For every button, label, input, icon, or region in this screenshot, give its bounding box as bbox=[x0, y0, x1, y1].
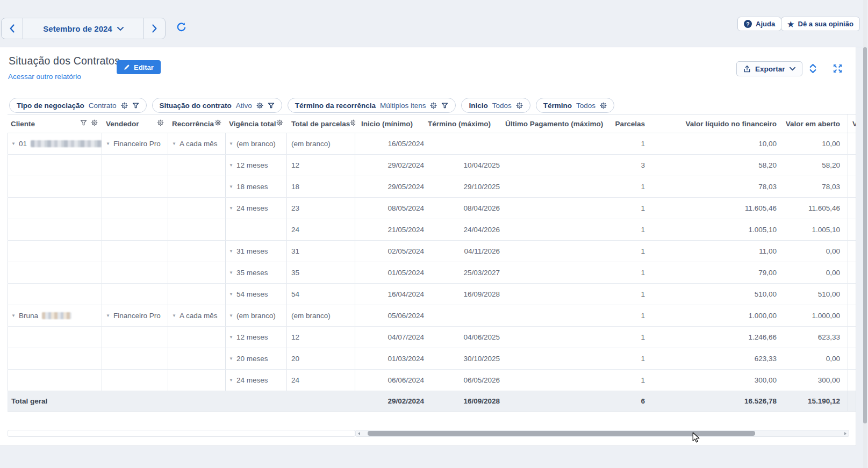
cell-value: 1 bbox=[641, 247, 645, 255]
feedback-label: Dê a sua opinião bbox=[798, 20, 853, 28]
collapse-triangle-icon[interactable]: ▼ bbox=[229, 292, 233, 297]
period-selector[interactable]: Setembro de 2024 bbox=[23, 18, 144, 39]
cell-value: 11,00 bbox=[759, 247, 777, 255]
collapse-triangle-icon[interactable]: ▼ bbox=[106, 141, 110, 146]
cell-ultimo_pagamento bbox=[503, 284, 613, 305]
export-button[interactable]: Exportar bbox=[736, 61, 802, 76]
collapse-triangle-icon[interactable]: ▼ bbox=[229, 206, 233, 211]
collapse-triangle-icon[interactable]: ▼ bbox=[229, 335, 233, 340]
gear-icon[interactable] bbox=[214, 119, 221, 128]
table-row-1: ▼12 meses1229/02/202410/04/2025358,2058,… bbox=[8, 155, 856, 176]
filter-chip-3[interactable]: InicioTodos bbox=[461, 98, 530, 113]
column-header-10[interactable]: Valor em aberto bbox=[782, 114, 848, 133]
filter-icon[interactable] bbox=[132, 102, 139, 109]
cell-total_parcelas: 31 bbox=[287, 241, 355, 262]
period-label: Setembro de 2024 bbox=[43, 24, 112, 33]
collapse-triangle-icon[interactable]: ▼ bbox=[229, 184, 233, 189]
chevron-right-icon bbox=[152, 24, 157, 33]
gear-icon[interactable] bbox=[516, 102, 523, 109]
column-header-8[interactable]: Parcelas bbox=[613, 114, 647, 133]
cell-valor_em_aberto: 0,00 bbox=[782, 348, 848, 369]
collapse-triangle-icon[interactable]: ▼ bbox=[229, 141, 233, 146]
cell-value: 30/10/2025 bbox=[463, 355, 500, 363]
feedback-button[interactable]: ★ Dê a sua opinião bbox=[781, 17, 860, 31]
cell-valor_liquido: 79,00 bbox=[647, 262, 782, 283]
column-header-4[interactable]: Total de parcelas bbox=[287, 114, 355, 133]
collapse-triangle-icon[interactable]: ▼ bbox=[106, 313, 110, 318]
filter-icon[interactable] bbox=[268, 102, 275, 109]
column-header-2[interactable]: Recorrência bbox=[168, 114, 226, 133]
column-header-label: Recorrência bbox=[172, 120, 214, 128]
filter-chip-2[interactable]: Término da recorrênciaMúltiplos itens bbox=[288, 98, 456, 113]
collapse-triangle-icon[interactable]: ▼ bbox=[172, 141, 176, 146]
cell-ultimo_pagamento bbox=[503, 348, 613, 369]
previous-period-button[interactable] bbox=[2, 18, 23, 39]
column-header-3[interactable]: Vigência total bbox=[226, 114, 287, 133]
fullscreen-button[interactable] bbox=[833, 63, 843, 74]
collapse-triangle-icon[interactable]: ▼ bbox=[229, 249, 233, 254]
cell-valor_liquido: 300,00 bbox=[647, 370, 782, 391]
total-cell-termino_maximo: 16/09/2028 bbox=[426, 391, 503, 411]
gear-icon[interactable] bbox=[276, 119, 283, 128]
collapse-triangle-icon[interactable]: ▼ bbox=[172, 313, 176, 318]
collapse-triangle-icon[interactable]: ▼ bbox=[229, 378, 233, 383]
column-header-9[interactable]: Valor líquido no financeiro bbox=[647, 114, 782, 133]
total-cell-ultimo_pagamento bbox=[503, 391, 613, 411]
help-label: Ajuda bbox=[756, 20, 775, 28]
cell-vendedor bbox=[102, 219, 168, 240]
next-period-button[interactable] bbox=[144, 18, 165, 39]
total-cell-valor_liquido: 16.526,78 bbox=[647, 391, 782, 411]
collapse-triangle-icon[interactable]: ▼ bbox=[229, 313, 233, 318]
cell-inicio_minimo: 08/05/2024 bbox=[355, 198, 426, 219]
horizontal-scrollbar[interactable] bbox=[355, 430, 849, 437]
collapse-triangle-icon[interactable]: ▼ bbox=[11, 313, 16, 318]
filter-icon[interactable] bbox=[80, 119, 87, 128]
cell-value: 29/05/2024 bbox=[388, 183, 424, 191]
cell-vigencia_total: ▼24 meses bbox=[226, 370, 287, 391]
cell-inicio_minimo: 06/06/2024 bbox=[355, 370, 426, 391]
column-header-5[interactable]: Inicio (mínimo) bbox=[355, 114, 426, 133]
gear-icon[interactable] bbox=[350, 119, 355, 128]
cell-value: 29/02/2024 bbox=[388, 161, 424, 169]
column-header-6[interactable]: Término (máximo) bbox=[426, 114, 503, 133]
gear-icon[interactable] bbox=[91, 119, 98, 128]
table-row-5: ▼31 meses3102/05/202404/11/2026111,000,0… bbox=[8, 241, 856, 262]
column-header-0[interactable]: Cliente bbox=[8, 114, 102, 133]
collapse-triangle-icon[interactable]: ▼ bbox=[229, 270, 233, 275]
cell-parcelas: 1 bbox=[613, 348, 647, 369]
column-header-11[interactable]: V bbox=[848, 114, 856, 133]
pivot-table: ClienteVendedorRecorrênciaVigência total… bbox=[8, 114, 856, 412]
horizontal-scrollbar-thumb[interactable] bbox=[368, 431, 755, 436]
filter-chip-4[interactable]: TérminoTodos bbox=[536, 98, 614, 113]
collapse-triangle-icon[interactable]: ▼ bbox=[229, 163, 233, 168]
other-report-link[interactable]: Acessar outro relatório bbox=[8, 73, 81, 81]
cell-value: (em branco) bbox=[236, 312, 276, 320]
column-header-7[interactable]: Último Pagamento (máximo) bbox=[503, 114, 613, 133]
cell-valor_em_aberto: 11.605,46 bbox=[782, 198, 848, 219]
frozen-pane-scrollbar[interactable] bbox=[8, 430, 355, 437]
cell-value: 24 bbox=[291, 226, 299, 234]
filter-chip-label: Inicio bbox=[469, 102, 487, 110]
vertical-scrollbar[interactable] bbox=[863, 0, 867, 468]
gear-icon[interactable] bbox=[430, 102, 437, 109]
expand-rows-button[interactable] bbox=[808, 63, 817, 74]
collapse-triangle-icon[interactable]: ▼ bbox=[229, 356, 233, 361]
cell-value: 31 meses bbox=[236, 247, 268, 255]
help-button[interactable]: ? Ajuda bbox=[737, 17, 781, 31]
cell-valor_em_aberto: 0,00 bbox=[782, 262, 848, 283]
gear-icon[interactable] bbox=[600, 102, 607, 109]
gear-icon[interactable] bbox=[256, 102, 263, 109]
collapse-triangle-icon[interactable]: ▼ bbox=[11, 141, 16, 146]
cell-value: 3 bbox=[641, 161, 645, 169]
vertical-scrollbar-thumb[interactable] bbox=[863, 47, 867, 423]
cell-value: 1 bbox=[641, 226, 645, 234]
filter-icon[interactable] bbox=[441, 102, 448, 109]
gear-icon[interactable] bbox=[121, 102, 128, 109]
edit-button[interactable]: Editar bbox=[117, 60, 161, 74]
column-header-1[interactable]: Vendedor bbox=[102, 114, 168, 133]
refresh-button[interactable] bbox=[176, 22, 186, 32]
filter-chip-0[interactable]: Tipo de negociaçãoContrato bbox=[9, 98, 147, 113]
gear-icon[interactable] bbox=[157, 119, 164, 128]
filter-chip-1[interactable]: Situação do contratoAtivo bbox=[152, 98, 282, 113]
cell-valor_liquido: 11.605,46 bbox=[647, 198, 782, 219]
